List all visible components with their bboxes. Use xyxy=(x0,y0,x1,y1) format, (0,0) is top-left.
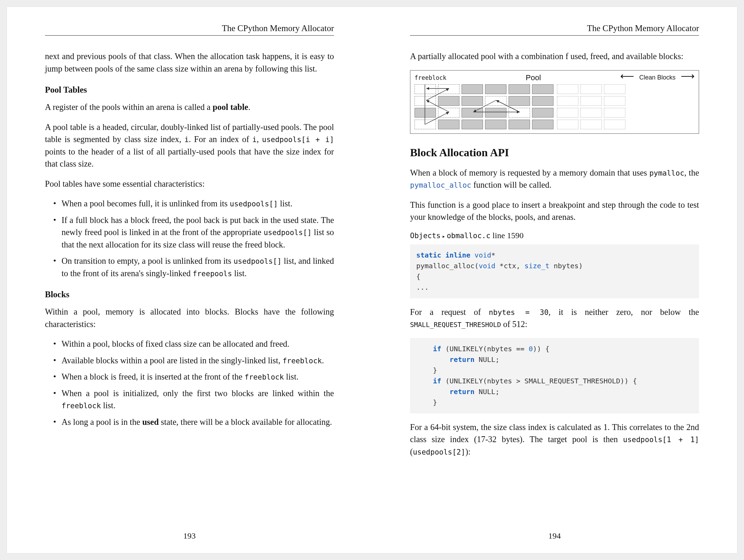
text: , it is neither zero, nor below the xyxy=(549,307,699,317)
text: list. xyxy=(284,372,298,381)
text: When a block is freed, it is inserted at… xyxy=(62,372,244,381)
code-usedpools: usedpools[] xyxy=(233,257,281,265)
text: For a request of xyxy=(410,307,489,317)
list-item: On transition to empty, a pool is unlink… xyxy=(55,255,334,279)
code-nbytes: nbytes = 30 xyxy=(489,308,549,317)
pool-column-used xyxy=(415,84,554,129)
text: When a pool is initialized, only the fir… xyxy=(62,389,334,398)
api-p4: For a 64-bit system, the size class inde… xyxy=(410,421,699,458)
text: A register of the pools within an arena … xyxy=(45,102,213,112)
intro-paragraph: next and previous pools of that class. W… xyxy=(45,50,334,75)
list-item: As long a pool is in the used state, the… xyxy=(55,416,334,428)
code-freeblock: freeblock xyxy=(244,373,284,381)
link-pymalloc-alloc[interactable]: pymalloc_alloc xyxy=(410,181,471,189)
diagram-header: freeblock Pool ⟵ Clean Blocks ⟶ xyxy=(415,73,695,82)
code-usedpools: usedpools[] xyxy=(263,228,311,237)
code-block-1: static inline void* pymalloc_alloc(void … xyxy=(410,244,699,298)
var-i: i xyxy=(252,136,257,144)
text: of 512: xyxy=(501,319,527,329)
text: list. xyxy=(278,199,292,208)
code-usedpools-i: usedpools[i + i] xyxy=(262,136,334,144)
blocks-list: Within a pool, blocks of fixed class siz… xyxy=(45,338,334,428)
subhead-pool-tables: Pool Tables xyxy=(45,85,334,95)
api-p1: When a block of memory is requested by a… xyxy=(410,167,699,191)
text: , the xyxy=(684,168,699,177)
list-item: If a full block has a block freed, the p… xyxy=(55,214,334,251)
code-usedpools-2: usedpools[2] xyxy=(413,448,465,456)
text: function will be called. xyxy=(471,180,551,189)
pool-grid xyxy=(415,84,695,129)
page-header-left: The CPython Memory Allocator xyxy=(45,24,334,36)
pool-tables-list: When a pool becomes full, it is unlinked… xyxy=(45,197,334,279)
text: . For an index of xyxy=(189,134,252,144)
api-p2: This function is a good place to insert … xyxy=(410,199,699,223)
list-item: When a pool becomes full, it is unlinked… xyxy=(55,197,334,210)
code-freeblock: freeblock xyxy=(282,357,322,365)
label-clean-blocks: Clean Blocks xyxy=(639,74,676,81)
subhead-blocks: Blocks xyxy=(45,290,334,299)
right-intro: A partially allocated pool with a combin… xyxy=(410,50,699,63)
const-small-request-threshold: SMALL_REQUEST_THRESHOLD xyxy=(410,321,501,328)
pool-diagram: freeblock Pool ⟵ Clean Blocks ⟶ xyxy=(410,70,699,134)
code-path: Objects▸obmalloc.c line 1590 xyxy=(410,231,699,240)
var-i: i xyxy=(184,136,189,144)
arrow-right-icon: ⟶ xyxy=(681,71,695,82)
code-usedpools-1-1: usedpools[1 + 1] xyxy=(623,436,699,444)
term-used: used xyxy=(142,417,159,427)
code-freeblock: freeblock xyxy=(62,402,101,410)
page-number-left: 193 xyxy=(7,531,372,541)
pool-column-clean xyxy=(557,84,625,129)
term-pool-table: pool table xyxy=(213,102,248,112)
text: When a block of memory is requested by a… xyxy=(410,168,649,177)
text: ( xyxy=(410,447,413,456)
blocks-p1: Within a pool, memory is allocated into … xyxy=(45,306,334,330)
path-file: obmalloc.c xyxy=(447,232,490,240)
text: ): xyxy=(465,447,471,456)
list-item: When a block is freed, it is inserted at… xyxy=(55,371,334,383)
text: list. xyxy=(101,401,115,410)
right-page: The CPython Memory Allocator A partially… xyxy=(372,7,737,553)
code-pymalloc: pymalloc xyxy=(649,169,684,177)
pool-tables-p1: A register of the pools within an arena … xyxy=(45,101,334,113)
code-freepools: freepools xyxy=(193,270,232,278)
list-item: Available blocks within a pool are liste… xyxy=(55,354,334,367)
text: state, there will be a block available f… xyxy=(159,417,332,427)
path-separator-icon: ▸ xyxy=(442,233,446,240)
page-number-right: 194 xyxy=(372,531,737,541)
text: . xyxy=(248,102,250,112)
text: . xyxy=(322,356,324,365)
left-page: The CPython Memory Allocator next and pr… xyxy=(7,7,372,553)
pool-tables-p3: Pool tables have some essential characte… xyxy=(45,178,334,190)
path-line: line 1590 xyxy=(491,231,524,240)
clean-blocks-group: ⟵ Clean Blocks ⟶ xyxy=(620,74,695,81)
api-p3: For a request of nbytes = 30, it is neit… xyxy=(410,306,699,330)
page-header-right: The CPython Memory Allocator xyxy=(410,24,699,36)
path-dir: Objects xyxy=(410,232,441,240)
text: , xyxy=(257,134,262,144)
code-usedpools: usedpools[] xyxy=(230,200,278,208)
section-head-api: Block Allocation API xyxy=(410,146,699,159)
list-item: Within a pool, blocks of fixed class siz… xyxy=(55,338,334,350)
pool-tables-p2: A pool table is a headed, circular, doub… xyxy=(45,121,334,170)
label-pool-title: Pool xyxy=(526,73,541,82)
code-block-2: if (UNLIKELY(nbytes == 0)) { return NULL… xyxy=(410,338,699,413)
page-spread: The CPython Memory Allocator next and pr… xyxy=(7,7,737,553)
text: list. xyxy=(232,269,247,278)
text: On transition to empty, a pool is unlink… xyxy=(62,256,233,265)
text: points to the header of a list of all pa… xyxy=(45,147,334,169)
text: As long a pool is in the xyxy=(62,417,142,427)
list-item: When a pool is initialized, only the fir… xyxy=(55,387,334,412)
text: Available blocks within a pool are liste… xyxy=(62,356,282,365)
arrow-left-icon: ⟵ xyxy=(620,71,634,82)
text: When a pool becomes full, it is unlinked… xyxy=(62,199,230,208)
label-freeblock: freeblock xyxy=(415,74,446,81)
